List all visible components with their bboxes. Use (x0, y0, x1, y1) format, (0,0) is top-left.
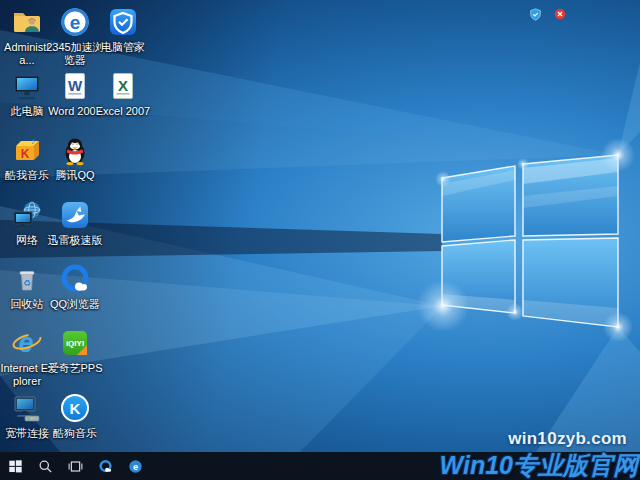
svg-text:e: e (132, 461, 137, 471)
svg-text:♻: ♻ (23, 278, 31, 288)
internet-explorer-icon: e (11, 327, 43, 359)
desktop-icon-iqiyi[interactable]: iQIYI 爱奇艺PPS (46, 327, 104, 375)
search-button[interactable] (30, 452, 60, 480)
watermark-site-title: Win10专业版官网 (440, 449, 638, 480)
word-document-icon: W (59, 70, 91, 102)
system-tray (529, 0, 566, 28)
qq-browser-icon (98, 459, 113, 474)
watermark-site-url: win10zyb.com (508, 429, 627, 449)
windows-logo-icon (8, 459, 23, 474)
svg-text:e: e (70, 12, 81, 33)
search-icon (38, 459, 53, 474)
desktop-icon-qq-browser[interactable]: QQ浏览器 (46, 263, 104, 311)
this-pc-monitor-icon (11, 70, 43, 102)
broadband-connection-icon (11, 392, 43, 424)
svg-text:iQIYI: iQIYI (66, 339, 84, 348)
pc-manager-shield-icon (107, 6, 139, 38)
start-button[interactable] (0, 452, 30, 480)
desktop-icon-tencent-qq[interactable]: 腾讯QQ (46, 134, 104, 182)
iqiyi-icon: iQIYI (59, 327, 91, 359)
desktop-icon-label: 电脑管家 (94, 41, 152, 54)
2345-browser-icon: e (128, 459, 143, 474)
thunder-bird-icon (59, 199, 91, 231)
desktop-icon-thunder[interactable]: 迅雷极速版 (46, 199, 104, 247)
desktop-icon-label: QQ浏览器 (46, 298, 104, 311)
task-view-button[interactable] (60, 452, 90, 480)
excel-document-icon: X (107, 70, 139, 102)
administrator-folder-icon (11, 6, 43, 38)
desktop-icon-kugou-music[interactable]: K 酷狗音乐 (46, 392, 104, 440)
desktop-icon-label: 腾讯QQ (46, 169, 104, 182)
qq-browser-q-icon (59, 263, 91, 295)
kuwo-music-box-icon: K ♪ (11, 134, 43, 166)
svg-text:K: K (70, 400, 81, 417)
desktop-icon-label: 爱奇艺PPS (46, 362, 104, 375)
svg-text:♪: ♪ (31, 136, 36, 146)
recycle-bin-icon: ♻ (11, 263, 43, 295)
desktop-icon-label: 迅雷极速版 (46, 234, 104, 247)
2345-browser-icon: e (59, 6, 91, 38)
taskbar-2345-browser-button[interactable]: e (120, 452, 150, 480)
windows-desktop: Administra... e 2345加速浏览器 电脑管家 (0, 0, 640, 480)
kugou-k-icon: K (59, 392, 91, 424)
svg-text:e: e (18, 328, 33, 358)
security-shield-icon[interactable] (529, 8, 542, 21)
desktop-icon-pc-manager[interactable]: 电脑管家 (94, 6, 152, 54)
svg-text:W: W (68, 77, 83, 94)
task-view-icon (68, 459, 83, 474)
taskbar-qq-browser-button[interactable] (90, 452, 120, 480)
red-alert-icon[interactable] (554, 8, 566, 20)
desktop-icon-label: 酷狗音乐 (46, 427, 104, 440)
svg-text:X: X (118, 77, 128, 94)
desktop-icon-label: Excel 2007 (94, 105, 152, 118)
desktop-icon-excel-2007[interactable]: X Excel 2007 (94, 70, 152, 118)
qq-penguin-icon (59, 134, 91, 166)
network-globe-icon (11, 199, 43, 231)
svg-text:K: K (21, 147, 30, 161)
